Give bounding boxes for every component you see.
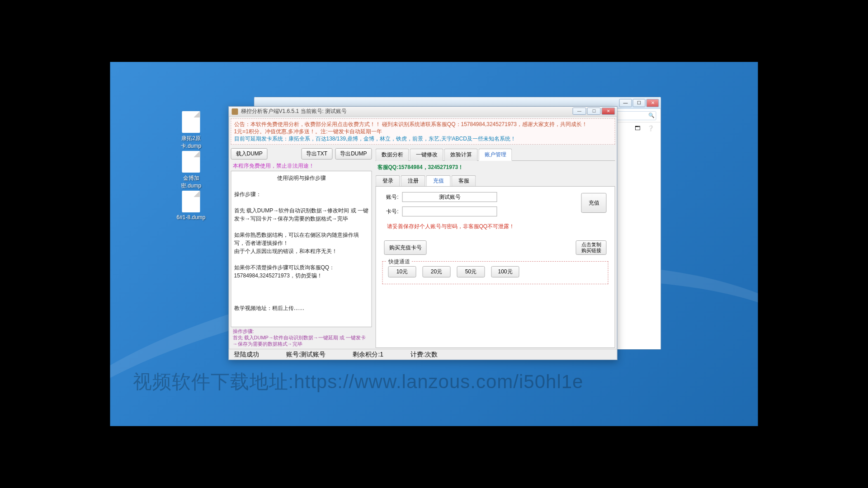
quick-10-button[interactable]: 10元 <box>388 266 416 277</box>
right-pane: 数据分析 一键修改 效验计算 账户管理 客服QQ:15784984，324527… <box>374 146 617 350</box>
subtab-register[interactable]: 注册 <box>401 175 425 187</box>
watermark-text: 视频软件下载地址:https://www.lanzous.com/i50hl1e <box>133 369 584 394</box>
view-icon[interactable]: 🗔 <box>635 125 643 133</box>
account-label: 账号: <box>382 193 399 201</box>
announce-line: 公告：本软件免费使用分析，收费部分采用点击收费方式！！ 碰到未识别系统请联系客服… <box>234 121 612 128</box>
desktop-icon[interactable]: 康拓2原卡.dump <box>173 111 209 150</box>
free-use-note: 本程序免费使用，禁止非法用途！ <box>231 161 372 171</box>
close-button[interactable]: ✕ <box>646 99 659 107</box>
tab-checksum[interactable]: 效验计算 <box>444 149 478 161</box>
app-icon <box>232 108 238 115</box>
icon-label: 金博加密.dump <box>173 174 209 190</box>
quick-legend: 快捷通道 <box>387 258 412 266</box>
tab-one-key-modify[interactable]: 一键修改 <box>410 149 443 161</box>
card-input[interactable] <box>402 206 497 216</box>
warning-text: 请妥善保存好个人账号与密码，非客服QQ不可泄露！ <box>382 221 609 232</box>
status-points: 剩余积分:1 <box>353 351 383 359</box>
status-account: 账号:测试账号 <box>286 351 326 359</box>
instructions-text: 操作步骤： <box>234 190 369 198</box>
buy-card-button[interactable]: 购买充值卡号 <box>384 240 427 255</box>
maximize-button[interactable]: ☐ <box>587 108 601 115</box>
recharge-panel: 账号: 卡号: 充值 请妥善保存好个人账号与密码，非客服QQ不可泄露！ 购买充值… <box>376 186 615 348</box>
service-qq-line: 客服QQ:15784984，3245271973！ <box>376 161 615 174</box>
subtab-login[interactable]: 登录 <box>376 175 400 187</box>
sub-tabstrip: 登录 注册 充值 客服 <box>376 175 615 186</box>
export-txt-button[interactable]: 导出TXT <box>301 148 332 160</box>
minimize-button[interactable]: — <box>573 108 586 115</box>
status-bar: 登陆成功 账号:测试账号 剩余积分:1 计费:次数 <box>229 349 617 360</box>
quick-20-button[interactable]: 20元 <box>423 266 451 277</box>
announcement-box: 公告：本软件免费使用分析，收费部分采用点击收费方式！！ 碰到未识别系统请联系客服… <box>231 118 615 145</box>
quick-100-button[interactable]: 100元 <box>491 266 519 277</box>
tab-account-mgmt[interactable]: 账户管理 <box>479 149 512 161</box>
main-titlebar[interactable]: 梯控分析客户端V1.6.5.1 当前账号: 测试账号 — ☐ ✕ <box>229 107 617 117</box>
tab-data-analysis[interactable]: 数据分析 <box>376 149 409 161</box>
desktop-stage: 康拓2原卡.dump 金博加密.dump 6#1-8.dump 视频软件下载地址… <box>110 62 758 426</box>
subtab-recharge[interactable]: 充值 <box>426 175 451 187</box>
load-dump-button[interactable]: 载入DUMP <box>231 148 268 160</box>
close-button[interactable]: ✕ <box>602 108 615 115</box>
main-tabstrip: 数据分析 一键修改 效验计算 账户管理 <box>376 148 615 161</box>
desktop-icon[interactable]: 金博加密.dump <box>173 151 209 190</box>
help-icon[interactable]: ❔ <box>647 125 656 133</box>
instructions-text: 由于个人原因出现的错误，和本程序无关！ <box>234 247 369 255</box>
maximize-button[interactable]: ☐ <box>633 99 646 107</box>
file-icon <box>182 151 200 173</box>
status-login: 登陆成功 <box>234 351 259 359</box>
subtab-service[interactable]: 客服 <box>452 175 476 187</box>
quick-50-button[interactable]: 50元 <box>457 266 485 277</box>
announce-line: 目前可延期发卡系统：康拓全系，百达138/139,鼎博，金博，林立，铁虎，前景，… <box>234 135 612 142</box>
minimize-button[interactable]: — <box>619 99 632 107</box>
icon-label: 6#1-8.dump <box>173 214 209 221</box>
export-dump-button[interactable]: 导出DUMP <box>335 148 372 160</box>
instructions-text: 首先 载入DUMP→软件自动识别数据→修改时间 或 一键发卡→写回卡片→保存为需… <box>234 206 369 223</box>
quick-channel-box: 快捷通道 10元 20元 50元 100元 <box>382 261 609 284</box>
card-label: 卡号: <box>382 208 399 216</box>
status-billing: 计费:次数 <box>410 351 438 359</box>
left-pane: 载入DUMP 导出TXT 导出DUMP 本程序免费使用，禁止非法用途！ 使用说明… <box>229 146 374 350</box>
window-title: 梯控分析客户端V1.6.5.1 当前账号: 测试账号 <box>241 108 347 115</box>
copy-link-button[interactable]: 点击复制购买链接 <box>576 240 607 255</box>
instructions-text: 如果你不清楚操作步骤可以质询客服QQ：15784984,3245271973，切… <box>234 263 369 280</box>
announce-line: 1元=1积分。冲值优惠,多冲多送！。注:一键发卡自动延期一年 <box>234 128 612 135</box>
instructions-text: 教学视频地址：稍后上传…… <box>234 304 369 312</box>
instructions-text: 如果你熟悉数据结构，可以在右侧区块内随意操作填写，否者请谨慎操作！ <box>234 231 369 247</box>
icon-label: 康拓2原卡.dump <box>173 135 209 150</box>
file-icon <box>182 191 200 212</box>
instructions-box: 使用说明与操作步骤 操作步骤： 首先 载入DUMP→软件自动识别数据→修改时间 … <box>231 171 372 327</box>
desktop-icon[interactable]: 6#1-8.dump <box>173 191 209 221</box>
file-icon <box>182 111 200 133</box>
main-app-window: 梯控分析客户端V1.6.5.1 当前账号: 测试账号 — ☐ ✕ 公告：本软件免… <box>229 106 618 360</box>
bottom-steps-note: 操作步骤: 首先 载入DUMP→软件自动识别数据→一键延期 或 一键发卡→保存为… <box>231 327 372 348</box>
instructions-title: 使用说明与操作步骤 <box>234 174 369 182</box>
recharge-button[interactable]: 充值 <box>581 193 607 213</box>
account-input[interactable] <box>402 192 497 202</box>
